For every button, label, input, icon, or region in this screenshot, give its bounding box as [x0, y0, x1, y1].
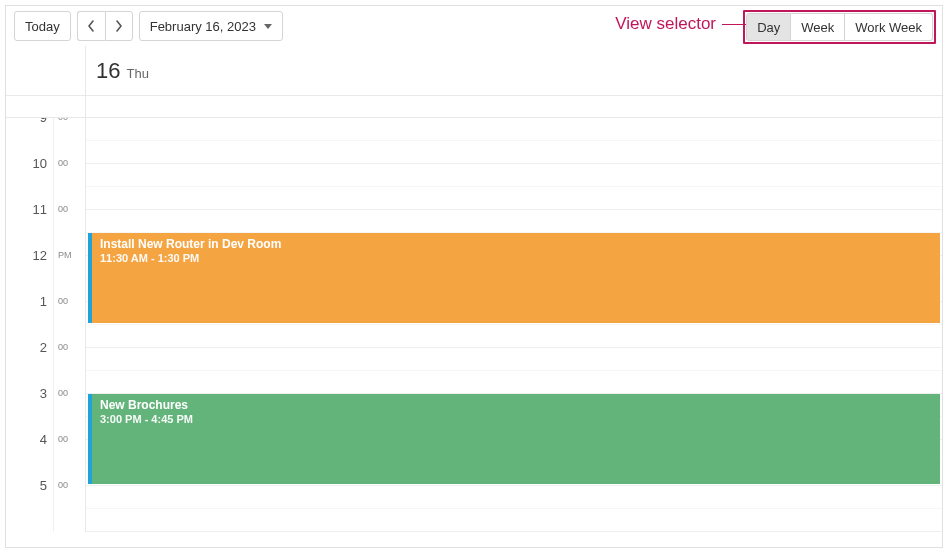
prev-button[interactable] [77, 11, 105, 41]
grid-scroll[interactable]: 9001000110012PM100200300400500 Install N… [6, 118, 942, 546]
events-layer: Install New Router in Dev Room11:30 AM -… [86, 118, 942, 546]
day-header[interactable]: 16 Thu [86, 46, 942, 95]
chevron-right-icon [115, 20, 123, 32]
caret-down-icon [264, 24, 272, 29]
date-picker-label: February 16, 2023 [150, 19, 256, 34]
event-title: New Brochures [100, 398, 932, 412]
annotation-text: View selector [615, 14, 716, 34]
event[interactable]: New Brochures3:00 PM - 4:45 PM [88, 394, 940, 484]
today-button[interactable]: Today [14, 11, 71, 41]
date-picker-button[interactable]: February 16, 2023 [139, 11, 283, 41]
view-selector: DayWeekWork Week [743, 10, 936, 44]
scheduler: Today February 16, 2023 View selector Da… [5, 5, 943, 548]
annotation: View selector [615, 14, 762, 34]
event[interactable]: Install New Router in Dev Room11:30 AM -… [88, 233, 940, 323]
allday-gutter [6, 96, 86, 117]
time-gutter-header [6, 46, 86, 95]
minute-label: 00 [54, 486, 86, 532]
toolbar: Today February 16, 2023 View selector Da… [6, 6, 942, 46]
allday-row [6, 96, 942, 118]
view-btn-work-week[interactable]: Work Week [845, 13, 933, 41]
hour-label: 5 [6, 486, 54, 532]
event-title: Install New Router in Dev Room [100, 237, 932, 251]
day-name: Thu [126, 66, 148, 81]
event-time: 3:00 PM - 4:45 PM [100, 413, 932, 425]
day-number: 16 [96, 58, 120, 84]
chevron-left-icon [87, 20, 95, 32]
nav-group [77, 11, 133, 41]
header-row: 16 Thu [6, 46, 942, 96]
view-btn-week[interactable]: Week [791, 13, 845, 41]
view-btn-day[interactable]: Day [746, 13, 791, 41]
next-button[interactable] [105, 11, 133, 41]
event-time: 11:30 AM - 1:30 PM [100, 252, 932, 264]
allday-cell[interactable] [86, 96, 942, 117]
